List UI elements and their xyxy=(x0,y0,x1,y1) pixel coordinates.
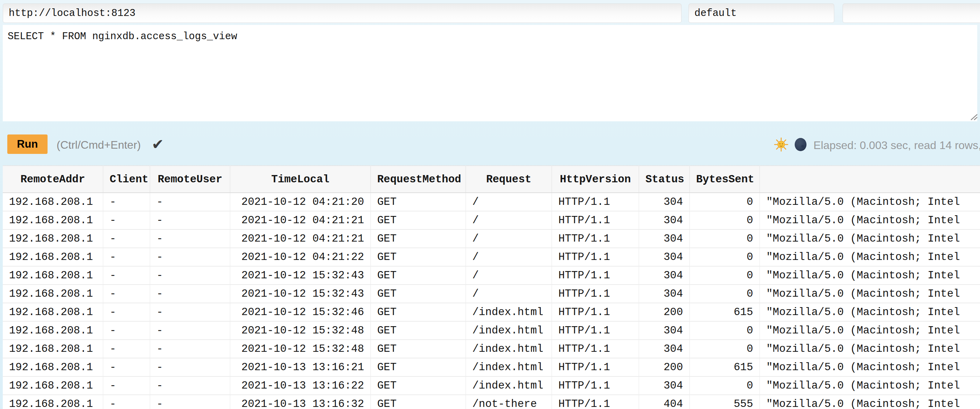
cell-RequestMethod: GET xyxy=(371,340,466,358)
run-button[interactable]: Run xyxy=(7,135,48,154)
cell-Client: - xyxy=(103,395,150,409)
cell-HttpVersion: HTTP/1.1 xyxy=(552,193,639,211)
cell-RemoteAddr: 192.168.208.1 xyxy=(3,376,103,395)
cell-Request: /index.html xyxy=(466,358,552,376)
server-url-input[interactable] xyxy=(3,3,682,23)
cell-Status: 304 xyxy=(639,321,690,340)
cell-RequestMethod: GET xyxy=(371,376,466,395)
cell-Request: /not-there xyxy=(466,395,552,409)
cell-RequestMethod: GET xyxy=(371,303,466,321)
cell-BytesSent: 615 xyxy=(690,358,760,376)
cell-RemoteUser: - xyxy=(150,303,230,321)
cell-RemoteAddr: 192.168.208.1 xyxy=(3,193,103,211)
cell-user-agent: "Mozilla/5.0 (Macintosh; Intel xyxy=(760,376,980,395)
resize-grip-icon[interactable] xyxy=(969,112,978,120)
table-row: 192.168.208.1--2021-10-12 15:32:48GET/in… xyxy=(3,321,980,340)
cell-RemoteUser: - xyxy=(150,230,230,248)
table-row: 192.168.208.1--2021-10-12 15:32:48GET/in… xyxy=(3,340,980,358)
cell-TimeLocal: 2021-10-13 13:16:22 xyxy=(230,376,371,395)
cell-BytesSent: 0 xyxy=(690,376,760,395)
column-header-RemoteUser: RemoteUser xyxy=(150,166,230,193)
table-header-row: RemoteAddrClientRemoteUserTimeLocalReque… xyxy=(3,166,980,193)
cell-RemoteUser: - xyxy=(150,395,230,409)
column-header-TimeLocal: TimeLocal xyxy=(230,166,371,193)
cell-Client: - xyxy=(103,266,150,285)
cell-Client: - xyxy=(103,285,150,303)
cell-RemoteAddr: 192.168.208.1 xyxy=(3,340,103,358)
cell-BytesSent: 0 xyxy=(690,230,760,248)
column-header-user-agent xyxy=(760,166,980,193)
cell-Status: 404 xyxy=(639,395,690,409)
table-row: 192.168.208.1--2021-10-12 04:21:21GET/HT… xyxy=(3,211,980,230)
cell-Request: / xyxy=(466,248,552,266)
cell-BytesSent: 0 xyxy=(690,248,760,266)
cell-RemoteAddr: 192.168.208.1 xyxy=(3,321,103,340)
cell-RequestMethod: GET xyxy=(371,358,466,376)
cell-user-agent: "Mozilla/5.0 (Macintosh; Intel xyxy=(760,358,980,376)
cell-RequestMethod: GET xyxy=(371,266,466,285)
cell-RemoteAddr: 192.168.208.1 xyxy=(3,285,103,303)
moon-icon[interactable] xyxy=(793,137,808,152)
column-header-Request: Request xyxy=(466,166,552,193)
table-row: 192.168.208.1--2021-10-12 15:32:46GET/in… xyxy=(3,303,980,321)
cell-BytesSent: 0 xyxy=(690,321,760,340)
cell-HttpVersion: HTTP/1.1 xyxy=(552,340,639,358)
cell-Status: 200 xyxy=(639,303,690,321)
cell-RequestMethod: GET xyxy=(371,395,466,409)
cell-RemoteAddr: 192.168.208.1 xyxy=(3,395,103,409)
column-header-HttpVersion: HttpVersion xyxy=(552,166,639,193)
cell-RemoteUser: - xyxy=(150,358,230,376)
cell-HttpVersion: HTTP/1.1 xyxy=(552,321,639,340)
check-mark-icon: ✔ xyxy=(152,136,164,153)
cell-HttpVersion: HTTP/1.1 xyxy=(552,303,639,321)
cell-user-agent: "Mozilla/5.0 (Macintosh; Intel xyxy=(760,193,980,211)
cell-Request: / xyxy=(466,266,552,285)
table-row: 192.168.208.1--2021-10-12 04:21:20GET/HT… xyxy=(3,193,980,211)
cell-TimeLocal: 2021-10-12 04:21:20 xyxy=(230,193,371,211)
cell-Status: 304 xyxy=(639,376,690,395)
cell-Request: / xyxy=(466,193,552,211)
cell-RemoteAddr: 192.168.208.1 xyxy=(3,358,103,376)
cell-TimeLocal: 2021-10-12 04:21:21 xyxy=(230,211,371,230)
query-stats: Elapsed: 0.003 sec, read 14 rows, xyxy=(813,139,980,152)
results-table: RemoteAddrClientRemoteUserTimeLocalReque… xyxy=(3,165,980,409)
sun-icon[interactable] xyxy=(774,137,788,152)
cell-user-agent: "Mozilla/5.0 (Macintosh; Intel xyxy=(760,303,980,321)
cell-RemoteUser: - xyxy=(150,285,230,303)
column-header-Client: Client xyxy=(103,166,150,193)
table-row: 192.168.208.1--2021-10-13 13:16:22GET/in… xyxy=(3,376,980,395)
cell-TimeLocal: 2021-10-12 15:32:46 xyxy=(230,303,371,321)
cell-TimeLocal: 2021-10-13 13:16:21 xyxy=(230,358,371,376)
table-row: 192.168.208.1--2021-10-13 13:16:32GET/no… xyxy=(3,395,980,409)
cell-Status: 304 xyxy=(639,193,690,211)
cell-Status: 304 xyxy=(639,285,690,303)
column-header-Status: Status xyxy=(639,166,690,193)
cell-Client: - xyxy=(103,358,150,376)
password-input[interactable] xyxy=(843,3,980,23)
cell-HttpVersion: HTTP/1.1 xyxy=(552,376,639,395)
cell-HttpVersion: HTTP/1.1 xyxy=(552,395,639,409)
cell-RemoteUser: - xyxy=(150,248,230,266)
table-row: 192.168.208.1--2021-10-12 15:32:43GET/HT… xyxy=(3,266,980,285)
query-editor[interactable]: SELECT * FROM nginxdb.access_logs_view xyxy=(3,25,977,121)
cell-user-agent: "Mozilla/5.0 (Macintosh; Intel xyxy=(760,321,980,340)
cell-RemoteAddr: 192.168.208.1 xyxy=(3,248,103,266)
cell-user-agent: "Mozilla/5.0 (Macintosh; Intel xyxy=(760,230,980,248)
cell-HttpVersion: HTTP/1.1 xyxy=(552,211,639,230)
cell-TimeLocal: 2021-10-12 15:32:48 xyxy=(230,340,371,358)
cell-TimeLocal: 2021-10-12 04:21:21 xyxy=(230,230,371,248)
cell-user-agent: "Mozilla/5.0 (Macintosh; Intel xyxy=(760,285,980,303)
cell-user-agent: "Mozilla/5.0 (Macintosh; Intel xyxy=(760,211,980,230)
cell-Client: - xyxy=(103,230,150,248)
cell-Request: /index.html xyxy=(466,376,552,395)
cell-TimeLocal: 2021-10-12 15:32:43 xyxy=(230,266,371,285)
cell-Request: / xyxy=(466,211,552,230)
user-input[interactable] xyxy=(689,3,834,23)
cell-RemoteAddr: 192.168.208.1 xyxy=(3,211,103,230)
shortcut-hint: (Ctrl/Cmd+Enter) xyxy=(57,139,141,151)
cell-Request: / xyxy=(466,285,552,303)
cell-RemoteUser: - xyxy=(150,340,230,358)
cell-Request: /index.html xyxy=(466,303,552,321)
cell-Status: 304 xyxy=(639,211,690,230)
cell-user-agent: "Mozilla/5.0 (Macintosh; Intel xyxy=(760,395,980,409)
